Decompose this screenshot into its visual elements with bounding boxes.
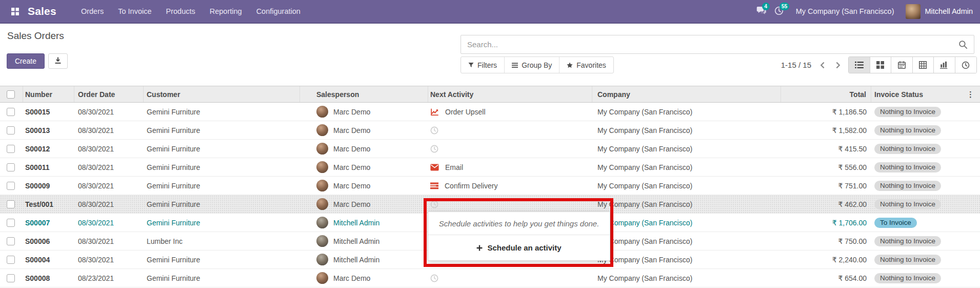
clock-icon[interactable] bbox=[430, 126, 438, 135]
column-header-customer[interactable]: Customer bbox=[144, 86, 300, 102]
invoice-status-badge: To Invoice bbox=[874, 218, 917, 228]
order-number: S00004 bbox=[23, 251, 74, 268]
nav-menu-configuration[interactable]: Configuration bbox=[249, 0, 308, 23]
invoice-status-badge: Nothing to Invoice bbox=[874, 125, 941, 136]
salesperson-name: Marc Demo bbox=[333, 200, 370, 208]
order-total: ₹ 654.00 bbox=[781, 269, 871, 287]
user-menu[interactable]: Mitchell Admin bbox=[906, 4, 973, 19]
search-icon[interactable] bbox=[952, 35, 974, 53]
nav-menu-products[interactable]: Products bbox=[159, 0, 203, 23]
salesperson-cell: Marc Demo bbox=[300, 195, 428, 213]
activities-count-badge: 55 bbox=[779, 3, 790, 10]
salesperson-avatar bbox=[316, 217, 328, 228]
row-checkbox[interactable] bbox=[0, 195, 23, 213]
customer-name: Gemini Furniture bbox=[144, 158, 300, 176]
company-name: My Company (San Francisco) bbox=[592, 195, 781, 213]
nav-menu-orders[interactable]: Orders bbox=[74, 0, 111, 23]
order-date: 08/30/2021 bbox=[74, 121, 144, 139]
order-total: ₹ 1,582.00 bbox=[781, 121, 871, 139]
company-name: My Company (San Francisco) bbox=[592, 140, 781, 158]
company-name: My Company (San Francisco) bbox=[592, 251, 781, 268]
pager-previous-button[interactable] bbox=[819, 62, 826, 69]
invoice-status-cell: Nothing to Invoice bbox=[871, 103, 980, 121]
user-name: Mitchell Admin bbox=[925, 7, 973, 15]
row-checkbox[interactable] bbox=[0, 232, 23, 250]
customer-name: Gemini Furniture bbox=[144, 269, 300, 287]
row-checkbox[interactable] bbox=[0, 158, 23, 176]
clock-icon[interactable] bbox=[430, 274, 438, 282]
schedule-activity-button[interactable]: Schedule an activity bbox=[428, 235, 610, 260]
customer-name: Gemini Furniture bbox=[144, 177, 300, 195]
nav-menu-reporting[interactable]: Reporting bbox=[203, 0, 249, 23]
apps-menu-icon[interactable] bbox=[7, 4, 23, 19]
order-total: ₹ 1,186.50 bbox=[781, 103, 871, 121]
row-checkbox[interactable] bbox=[0, 214, 23, 232]
salesperson-cell: Marc Demo bbox=[300, 140, 428, 158]
export-button[interactable] bbox=[48, 53, 68, 69]
nav-menu-to-invoice[interactable]: To Invoice bbox=[111, 0, 158, 23]
tasks-icon[interactable] bbox=[430, 182, 438, 189]
column-header-next-activity[interactable]: Next Activity bbox=[428, 86, 592, 102]
table-row[interactable]: S0000908/30/2021Gemini FurnitureMarc Dem… bbox=[0, 177, 980, 195]
trend-up-icon[interactable] bbox=[430, 108, 439, 116]
favorites-button[interactable]: Favorites bbox=[559, 57, 613, 73]
next-activity-cell[interactable]: Email bbox=[428, 158, 592, 176]
order-total: ₹ 2,240.00 bbox=[781, 251, 871, 268]
list-view-button[interactable] bbox=[849, 57, 870, 73]
pivot-view-icon bbox=[919, 61, 927, 69]
group-by-button[interactable]: Group By bbox=[505, 57, 559, 73]
column-header-number[interactable]: Number bbox=[23, 86, 74, 102]
download-icon bbox=[54, 56, 62, 66]
next-activity-cell[interactable] bbox=[428, 121, 592, 139]
salesperson-avatar bbox=[316, 254, 328, 265]
next-activity-cell[interactable]: Order Upsell bbox=[428, 103, 592, 121]
row-checkbox[interactable] bbox=[0, 269, 23, 287]
pager-next-button[interactable] bbox=[834, 62, 841, 69]
company-switcher[interactable]: My Company (San Francisco) bbox=[796, 7, 894, 15]
invoice-status-badge: Nothing to Invoice bbox=[874, 181, 941, 191]
column-header-total[interactable]: Total bbox=[781, 86, 871, 102]
calendar-view-icon bbox=[898, 61, 906, 69]
row-checkbox[interactable] bbox=[0, 103, 23, 121]
row-checkbox[interactable] bbox=[0, 251, 23, 268]
messages-icon[interactable]: 4 bbox=[753, 0, 770, 23]
company-name: My Company (San Francisco) bbox=[592, 103, 781, 121]
search-input[interactable] bbox=[461, 40, 952, 49]
next-activity-cell[interactable]: Confirm Delivery bbox=[428, 177, 592, 195]
next-activity-cell[interactable] bbox=[428, 140, 592, 158]
salesperson-name: Mitchell Admin bbox=[333, 219, 379, 227]
select-all-checkbox[interactable] bbox=[0, 86, 23, 102]
create-button[interactable]: Create bbox=[7, 53, 45, 69]
invoice-status-cell: Nothing to Invoice bbox=[871, 121, 980, 139]
graph-view-button[interactable] bbox=[934, 57, 955, 73]
salesperson-name: Marc Demo bbox=[333, 145, 370, 153]
column-header-company[interactable]: Company bbox=[592, 86, 781, 102]
row-checkbox[interactable] bbox=[0, 177, 23, 195]
row-checkbox[interactable] bbox=[0, 121, 23, 139]
table-row[interactable]: S0001508/30/2021Gemini FurnitureMarc Dem… bbox=[0, 103, 980, 121]
table-row[interactable]: S0001308/30/2021Gemini FurnitureMarc Dem… bbox=[0, 121, 980, 140]
pivot-view-button[interactable] bbox=[913, 57, 934, 73]
column-header-invoice-status[interactable]: Invoice Status⋮ bbox=[871, 86, 980, 102]
optional-columns-icon[interactable]: ⋮ bbox=[967, 90, 978, 99]
order-number: S00007 bbox=[23, 214, 74, 232]
table-row[interactable]: S0000808/23/2021Gemini FurnitureMarc Dem… bbox=[0, 269, 980, 287]
clock-icon[interactable] bbox=[430, 145, 438, 153]
table-row[interactable]: S0001208/30/2021Gemini FurnitureMarc Dem… bbox=[0, 140, 980, 158]
activity-view-button[interactable] bbox=[955, 57, 977, 73]
salesperson-avatar bbox=[316, 143, 328, 155]
activities-icon[interactable]: 55 bbox=[770, 0, 788, 23]
salesperson-cell: Marc Demo bbox=[300, 269, 428, 287]
user-avatar bbox=[906, 4, 921, 19]
kanban-view-button[interactable] bbox=[870, 57, 892, 73]
envelope-icon[interactable] bbox=[430, 164, 439, 171]
invoice-status-cell: Nothing to Invoice bbox=[871, 140, 980, 158]
calendar-view-button[interactable] bbox=[891, 57, 913, 73]
filters-button[interactable]: Filters bbox=[461, 57, 505, 73]
top-navbar: Sales OrdersTo InvoiceProductsReportingC… bbox=[0, 0, 980, 24]
table-row[interactable]: S0001108/30/2021Gemini FurnitureMarc Dem… bbox=[0, 158, 980, 177]
row-checkbox[interactable] bbox=[0, 140, 23, 158]
column-header-salesperson[interactable]: Salesperson bbox=[300, 86, 428, 102]
column-header-order-date[interactable]: Order Date bbox=[74, 86, 144, 102]
next-activity-cell[interactable] bbox=[428, 269, 592, 287]
